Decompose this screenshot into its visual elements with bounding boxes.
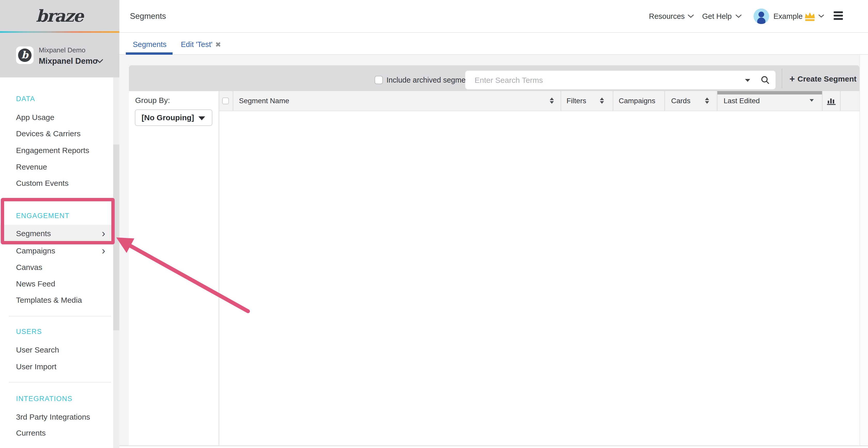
plus-icon: + xyxy=(789,74,795,84)
sort-icon[interactable] xyxy=(705,98,709,104)
caret-down-icon xyxy=(198,116,205,120)
sidebar-item-custom-events[interactable]: Custom Events xyxy=(16,177,68,189)
sidebar-section-users: USERS xyxy=(16,326,42,337)
group-by-label: Group By: xyxy=(135,95,170,106)
column-divider xyxy=(717,91,717,111)
avatar-icon[interactable] xyxy=(753,8,769,24)
sidebar-item-user-import[interactable]: User Import xyxy=(16,361,57,372)
chevron-down-icon xyxy=(687,14,694,19)
column-divider xyxy=(561,91,561,111)
workspace-avatar[interactable]: b xyxy=(16,46,34,64)
brand-gradient-divider xyxy=(0,31,119,33)
create-segment-label: Create Segment xyxy=(798,75,857,83)
tab-strip xyxy=(119,33,868,55)
annotation-highlight-box xyxy=(1,198,115,244)
sidebar-item-currents[interactable]: Currents xyxy=(16,427,46,439)
column-header-campaigns[interactable]: Campaigns xyxy=(619,91,655,111)
sidebar-item-revenue[interactable]: Revenue xyxy=(16,161,47,173)
column-header-cards[interactable]: Cards xyxy=(671,91,690,111)
toolbar-divider xyxy=(782,69,782,88)
resources-menu[interactable]: Resources xyxy=(649,10,685,22)
column-divider xyxy=(664,91,665,111)
chevron-down-icon xyxy=(735,14,742,19)
sidebar-item-templates-media[interactable]: Templates & Media xyxy=(16,295,82,306)
select-all-checkbox[interactable] xyxy=(222,98,229,104)
annotation-arrow xyxy=(108,217,264,328)
sidebar-divider xyxy=(9,382,111,382)
group-by-select[interactable]: [No Grouping] xyxy=(135,109,212,126)
hamburger-icon[interactable] xyxy=(834,11,843,21)
sidebar-item-devices-carriers[interactable]: Devices & Carriers xyxy=(16,128,81,139)
column-header-last-edited[interactable]: Last Edited xyxy=(723,91,760,111)
chevron-down-icon[interactable] xyxy=(96,58,104,64)
column-header-segment-name[interactable]: Segment Name xyxy=(239,91,289,111)
crown-icon xyxy=(804,11,816,22)
sidebar-section-integrations: INTEGRATIONS xyxy=(16,393,72,404)
segment-search xyxy=(465,71,776,89)
braze-dashboard: braze b Mixpanel Demo Mixpanel Demo DATA… xyxy=(0,0,868,448)
column-divider xyxy=(613,91,613,111)
column-divider xyxy=(840,91,841,111)
page-bottom xyxy=(119,446,868,448)
get-help-menu[interactable]: Get Help xyxy=(702,10,732,22)
sidebar-item-canvas[interactable]: Canvas xyxy=(16,262,42,273)
sidebar-item-campaigns[interactable]: Campaigns xyxy=(16,245,55,256)
tab-edit-test[interactable]: Edit 'Test' xyxy=(181,39,212,50)
search-input[interactable] xyxy=(474,71,734,90)
sort-icon[interactable] xyxy=(550,98,554,104)
tab-segments[interactable]: Segments xyxy=(133,39,167,50)
segments-table-body xyxy=(219,111,860,445)
sidebar-item-news-feed[interactable]: News Feed xyxy=(16,278,55,289)
create-segment-button[interactable]: +Create Segment xyxy=(789,74,857,84)
include-archived-checkbox[interactable] xyxy=(375,76,383,84)
workspace-switcher[interactable]: Mixpanel Demo xyxy=(39,56,97,67)
chevron-down-icon[interactable] xyxy=(818,14,825,19)
workspace-label: Mixpanel Demo xyxy=(39,45,86,55)
page-title: Segments xyxy=(130,10,166,22)
user-menu[interactable]: Example xyxy=(773,10,803,22)
search-dropdown-caret-icon[interactable] xyxy=(745,79,750,82)
main-scrollbar-gutter[interactable] xyxy=(860,55,868,448)
sidebar-divider xyxy=(9,316,111,316)
sidebar-item-user-search[interactable]: User Search xyxy=(16,344,59,356)
group-by-value: [No Grouping] xyxy=(142,110,194,126)
column-header-filters[interactable]: Filters xyxy=(566,91,586,111)
sidebar-item-engagement-reports[interactable]: Engagement Reports xyxy=(16,145,89,156)
column-divider xyxy=(822,91,823,111)
sidebar-section-data: DATA xyxy=(16,94,35,104)
search-icon[interactable] xyxy=(761,75,770,84)
close-icon[interactable]: ✖ xyxy=(215,39,221,50)
sidebar-item-3rd-party-integrations[interactable]: 3rd Party Integrations xyxy=(16,411,90,423)
include-archived-label: Include archived segments xyxy=(386,75,475,85)
workspace-avatar-icon: b xyxy=(18,48,32,62)
chart-icon[interactable] xyxy=(827,96,836,105)
column-divider xyxy=(233,91,233,111)
sort-icon[interactable] xyxy=(600,98,604,104)
sidebar-item-app-usage[interactable]: App Usage xyxy=(16,112,54,123)
braze-logo[interactable]: braze xyxy=(28,4,90,28)
sort-desc-icon[interactable] xyxy=(810,99,814,102)
